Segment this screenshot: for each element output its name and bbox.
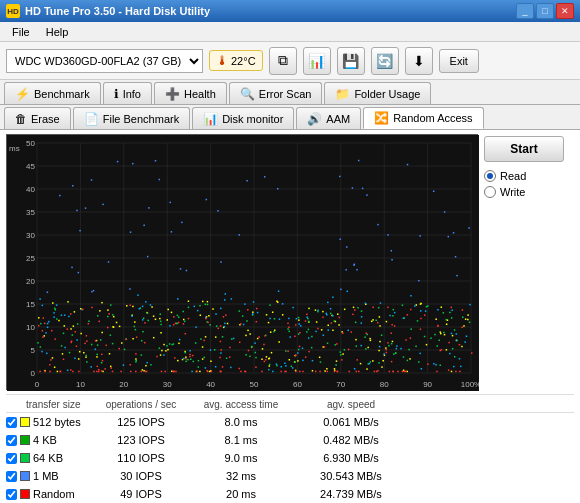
scatter-chart-canvas bbox=[7, 135, 479, 391]
row-color-box bbox=[20, 489, 30, 499]
row-checkbox[interactable] bbox=[6, 471, 17, 482]
row-color-box bbox=[20, 417, 30, 427]
row-checkbox[interactable] bbox=[6, 453, 17, 464]
erase-icon: 🗑 bbox=[15, 112, 27, 126]
tab-benchmark[interactable]: ⚡ Benchmark bbox=[4, 82, 101, 104]
download-icon-button[interactable]: ⬇ bbox=[405, 47, 433, 75]
tab-disk-monitor-label: Disk monitor bbox=[222, 113, 283, 125]
copy-icon-button[interactable]: ⧉ bbox=[269, 47, 297, 75]
chart-icon-button[interactable]: 📊 bbox=[303, 47, 331, 75]
tab-aam[interactable]: 🔊 AAM bbox=[296, 107, 361, 129]
toolbar: WDC WD360GD-00FLA2 (37 GB) 🌡 22°C ⧉ 📊 💾 … bbox=[0, 42, 580, 80]
read-write-group: Read Write bbox=[484, 170, 574, 198]
maximize-button[interactable]: □ bbox=[536, 3, 554, 19]
tab-file-benchmark[interactable]: 📄 File Benchmark bbox=[73, 107, 190, 129]
row-access: 32 ms bbox=[186, 470, 296, 482]
row-transfer-size: 1 MB bbox=[33, 470, 59, 482]
benchmark-icon: ⚡ bbox=[15, 87, 30, 101]
table-row: 1 MB 30 IOPS 32 ms 30.543 MB/s bbox=[6, 467, 574, 485]
col-transfer-size: transfer size bbox=[6, 399, 96, 410]
tab-random-access[interactable]: 🔀 Random Access bbox=[363, 107, 483, 129]
tab-error-scan[interactable]: 🔍 Error Scan bbox=[229, 82, 323, 104]
tab-erase-label: Erase bbox=[31, 113, 60, 125]
file-benchmark-icon: 📄 bbox=[84, 112, 99, 126]
menu-bar: File Help bbox=[0, 22, 580, 42]
random-access-icon: 🔀 bbox=[374, 111, 389, 125]
data-table: transfer size operations / sec avg. acce… bbox=[6, 394, 574, 503]
tab-folder-usage[interactable]: 📁 Folder Usage bbox=[324, 82, 431, 104]
tab-info[interactable]: ℹ Info bbox=[103, 82, 152, 104]
read-label: Read bbox=[500, 170, 526, 182]
row-label: 512 bytes bbox=[6, 416, 96, 428]
row-ops: 49 IOPS bbox=[96, 488, 186, 500]
tab-folder-usage-label: Folder Usage bbox=[354, 88, 420, 100]
row-label: Random bbox=[6, 488, 96, 500]
row-checkbox[interactable] bbox=[6, 417, 17, 428]
start-button[interactable]: Start bbox=[484, 136, 564, 162]
exit-button[interactable]: Exit bbox=[439, 49, 479, 73]
right-panel: Start Read Write bbox=[484, 134, 574, 390]
tab-info-label: Info bbox=[123, 88, 141, 100]
row-access: 8.0 ms bbox=[186, 416, 296, 428]
read-radio[interactable] bbox=[484, 170, 496, 182]
tab-random-access-label: Random Access bbox=[393, 112, 472, 124]
row-speed: 0.482 MB/s bbox=[296, 434, 406, 446]
write-option[interactable]: Write bbox=[484, 186, 574, 198]
col-ops-sec: operations / sec bbox=[96, 399, 186, 410]
table-row: 64 KB 110 IOPS 9.0 ms 6.930 MB/s bbox=[6, 449, 574, 467]
row-label: 4 KB bbox=[6, 434, 96, 446]
refresh-icon-button[interactable]: 🔄 bbox=[371, 47, 399, 75]
main-area: ms Start Read Write bbox=[6, 134, 574, 390]
scatter-chart-container: ms bbox=[6, 134, 478, 390]
table-header: transfer size operations / sec avg. acce… bbox=[6, 399, 574, 413]
window-controls[interactable]: _ □ ✕ bbox=[516, 3, 574, 19]
close-button[interactable]: ✕ bbox=[556, 3, 574, 19]
row-speed: 24.739 MB/s bbox=[296, 488, 406, 500]
folder-usage-icon: 📁 bbox=[335, 87, 350, 101]
row-checkbox[interactable] bbox=[6, 435, 17, 446]
health-icon: ➕ bbox=[165, 87, 180, 101]
row-access: 9.0 ms bbox=[186, 452, 296, 464]
row-checkbox[interactable] bbox=[6, 489, 17, 500]
row-transfer-size: 4 KB bbox=[33, 434, 57, 446]
tab-benchmark-label: Benchmark bbox=[34, 88, 90, 100]
title-bar: HD HD Tune Pro 3.50 - Hard Disk Utility … bbox=[0, 0, 580, 22]
title-bar-left: HD HD Tune Pro 3.50 - Hard Disk Utility bbox=[6, 4, 210, 18]
disk-monitor-icon: 📊 bbox=[203, 112, 218, 126]
drive-select[interactable]: WDC WD360GD-00FLA2 (37 GB) bbox=[6, 49, 203, 73]
row-ops: 110 IOPS bbox=[96, 452, 186, 464]
write-radio[interactable] bbox=[484, 186, 496, 198]
row-speed: 30.543 MB/s bbox=[296, 470, 406, 482]
col-speed: agv. speed bbox=[296, 399, 406, 410]
info-icon: ℹ bbox=[114, 87, 119, 101]
tab-health[interactable]: ➕ Health bbox=[154, 82, 227, 104]
row-ops: 123 IOPS bbox=[96, 434, 186, 446]
aam-icon: 🔊 bbox=[307, 112, 322, 126]
row-speed: 0.061 MB/s bbox=[296, 416, 406, 428]
row-color-box bbox=[20, 453, 30, 463]
tab-aam-label: AAM bbox=[326, 113, 350, 125]
col-access-time: avg. access time bbox=[186, 399, 296, 410]
tab-health-label: Health bbox=[184, 88, 216, 100]
row-label: 64 KB bbox=[6, 452, 96, 464]
row-transfer-size: 64 KB bbox=[33, 452, 63, 464]
row-label: 1 MB bbox=[6, 470, 96, 482]
menu-help[interactable]: Help bbox=[38, 24, 77, 40]
minimize-button[interactable]: _ bbox=[516, 3, 534, 19]
table-body: 512 bytes 125 IOPS 8.0 ms 0.061 MB/s 4 K… bbox=[6, 413, 574, 503]
temperature-value: 22°C bbox=[231, 55, 256, 67]
temperature-badge: 🌡 22°C bbox=[209, 50, 263, 71]
save-icon-button[interactable]: 💾 bbox=[337, 47, 365, 75]
tab-erase[interactable]: 🗑 Erase bbox=[4, 107, 71, 129]
row-speed: 6.930 MB/s bbox=[296, 452, 406, 464]
tab-disk-monitor[interactable]: 📊 Disk monitor bbox=[192, 107, 294, 129]
tabs-row-2: 🗑 Erase 📄 File Benchmark 📊 Disk monitor … bbox=[0, 105, 580, 130]
error-scan-icon: 🔍 bbox=[240, 87, 255, 101]
tab-error-scan-label: Error Scan bbox=[259, 88, 312, 100]
write-label: Write bbox=[500, 186, 525, 198]
thermometer-icon: 🌡 bbox=[216, 53, 229, 68]
row-access: 20 ms bbox=[186, 488, 296, 500]
read-option[interactable]: Read bbox=[484, 170, 574, 182]
table-row: 512 bytes 125 IOPS 8.0 ms 0.061 MB/s bbox=[6, 413, 574, 431]
menu-file[interactable]: File bbox=[4, 24, 38, 40]
